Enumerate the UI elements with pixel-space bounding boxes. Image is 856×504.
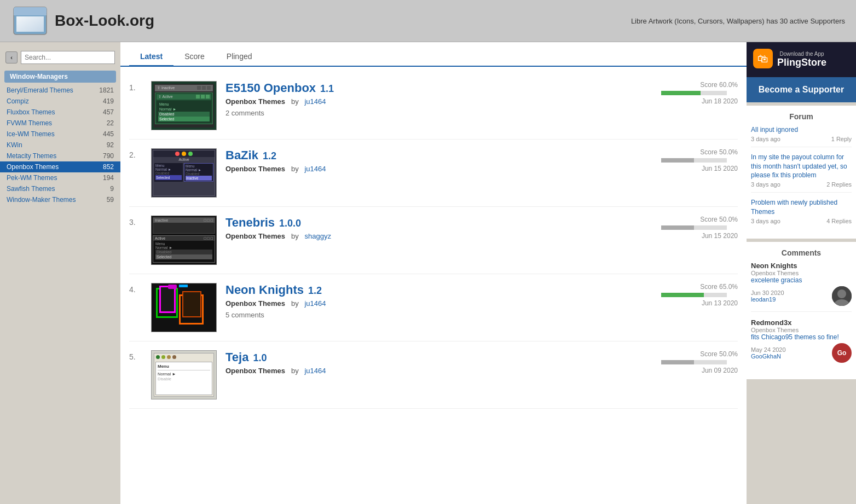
theme-category: Openbox Themes — [225, 299, 285, 308]
theme-name[interactable]: E5150 Openbox — [225, 81, 316, 95]
comment-date: May 24 2020 — [751, 346, 786, 353]
logo-icon — [11, 4, 49, 37]
theme-score: Score 60.0% Jun 18 2020 — [661, 81, 738, 105]
theme-author[interactable]: shaggyz — [304, 232, 331, 240]
comment-avatar: Go — [832, 343, 852, 363]
theme-meta: Openbox Themes by ju1464 — [225, 367, 652, 375]
theme-thumbnail[interactable]: Menu Normal ► Disable — [151, 350, 217, 399]
tab-score[interactable]: Score — [173, 48, 216, 67]
comment-text[interactable]: excelente gracias — [751, 276, 852, 284]
comment-footer: Jun 30 2020 leodan19 — [751, 286, 852, 306]
tab-plinged[interactable]: Plinged — [216, 48, 263, 67]
sidebar: ‹ Window-Managers Beryl/Emerald Themes 1… — [0, 42, 120, 504]
theme-comments: 5 comments — [225, 311, 652, 319]
forum-link[interactable]: In my site the payout column for this mo… — [751, 153, 852, 180]
score-bar-fill — [661, 158, 694, 163]
theme-author[interactable]: ju1464 — [304, 165, 326, 173]
theme-version: 1.1 — [320, 83, 334, 95]
theme-name[interactable]: BaZik — [225, 148, 258, 163]
theme-author[interactable]: ju1464 — [304, 97, 326, 106]
comment-product: Neon Knights — [751, 262, 852, 270]
sidebar-item-fvwm[interactable]: FVWM Themes 22 — [0, 118, 120, 129]
comment-category: Openbox Themes — [751, 327, 852, 333]
theme-author[interactable]: ju1464 — [304, 299, 326, 308]
sidebar-item-sawfish[interactable]: Sawfish Themes 9 — [0, 183, 120, 194]
theme-number: 1. — [129, 81, 142, 92]
plingstore-name: PlingStore — [777, 57, 826, 68]
comment-username[interactable]: leodan19 — [751, 296, 784, 303]
theme-info: Neon Knights 1.2 Openbox Themes by ju146… — [225, 283, 652, 319]
theme-item: 4. Neon Knights 1.2 Openbox — [129, 274, 738, 341]
logo-text: Box-Look.org — [55, 12, 154, 30]
tabs-bar: Latest Score Plinged — [120, 42, 747, 67]
theme-name[interactable]: Teja — [225, 350, 248, 364]
score-bar-fill — [661, 225, 694, 230]
forum-link[interactable]: Problem with newly published Themes — [751, 198, 852, 217]
plingstore-icon: 🛍 — [753, 49, 773, 68]
score-label: Score 50.0% — [661, 148, 738, 156]
sidebar-item-count: 194 — [103, 174, 114, 182]
theme-meta: Openbox Themes by ju1464 — [225, 165, 652, 173]
supporter-button[interactable]: Become a Supporter — [747, 77, 856, 102]
search-input[interactable] — [21, 51, 115, 64]
sidebar-item-label: Sawfish Themes — [7, 185, 55, 193]
score-bar-bg — [661, 158, 727, 163]
sidebar-nav: ‹ — [0, 48, 120, 67]
sidebar-item-windowmaker[interactable]: Window-Maker Themes 59 — [0, 194, 120, 205]
theme-author[interactable]: ju1464 — [304, 367, 326, 375]
sidebar-item-compiz[interactable]: Compiz 419 — [0, 96, 120, 107]
score-label: Score 50.0% — [661, 216, 738, 223]
theme-list: 1. ⇧ Inactive — [120, 67, 747, 414]
sidebar-item-beryl[interactable]: Beryl/Emerald Themes 1821 — [0, 85, 120, 96]
forum-item: In my site the payout column for this mo… — [751, 153, 852, 193]
score-date: Jun 13 2020 — [661, 299, 738, 307]
sidebar-item-fluxbox[interactable]: Fluxbox Themes 457 — [0, 107, 120, 118]
theme-number: 3. — [129, 216, 142, 227]
theme-category: Openbox Themes — [225, 232, 285, 240]
theme-category: Openbox Themes — [225, 97, 285, 106]
score-label: Score 50.0% — [661, 350, 738, 358]
sidebar-item-label: Pek-WM Themes — [7, 174, 57, 182]
sidebar-item-label: Beryl/Emerald Themes — [7, 86, 73, 94]
sidebar-item-label: FVWM Themes — [7, 119, 52, 127]
sidebar-item-openbox[interactable]: Openbox Themes 852 — [0, 161, 120, 172]
sidebar-item-pekwm[interactable]: Pek-WM Themes 194 — [0, 172, 120, 183]
sidebar-item-label: Metacity Themes — [7, 152, 56, 160]
theme-number: 4. — [129, 283, 142, 294]
right-sidebar: 🛍 Download the App PlingStore Become a S… — [747, 42, 856, 504]
score-bar-fill — [661, 360, 694, 364]
sidebar-item-icewm[interactable]: Ice-WM Themes 445 — [0, 129, 120, 140]
theme-thumbnail[interactable]: ⇧ Inactive ⇧ Active — [151, 81, 217, 130]
score-date: Jun 09 2020 — [661, 367, 738, 374]
theme-thumbnail[interactable] — [151, 283, 217, 332]
back-button[interactable]: ‹ — [5, 51, 18, 63]
svg-rect-4 — [16, 16, 44, 32]
theme-thumbnail[interactable]: Active Menu Normal ► Disabled Selected M… — [151, 148, 217, 198]
tab-latest[interactable]: Latest — [129, 48, 173, 67]
score-date: Jun 15 2020 — [661, 165, 738, 172]
theme-item: 2. Active M — [129, 140, 738, 207]
forum-meta: 3 days ago 4 Replies — [751, 218, 852, 224]
plingstore-banner[interactable]: 🛍 Download the App PlingStore — [747, 42, 856, 77]
comment-product: Redmond3x — [751, 318, 852, 327]
comment-text[interactable]: fits Chicago95 themes so fine! — [751, 333, 852, 341]
svg-point-6 — [837, 289, 846, 298]
forum-link[interactable]: All input ignored — [751, 125, 852, 135]
theme-name[interactable]: Tenebris — [225, 216, 275, 230]
score-bar-bg — [661, 225, 727, 230]
score-bar-bg — [661, 293, 727, 297]
sidebar-items: Beryl/Emerald Themes 1821 Compiz 419 Flu… — [0, 85, 120, 205]
sidebar-item-kwin[interactable]: KWin 92 — [0, 140, 120, 150]
forum-section: Forum All input ignored 3 days ago 1 Rep… — [747, 106, 856, 239]
theme-version: 1.2 — [308, 285, 322, 297]
theme-meta: Openbox Themes by ju1464 — [225, 299, 652, 308]
theme-thumbnail[interactable]: Inactive □ □ □ Active □ □ □ Menu N — [151, 216, 217, 265]
comment-username[interactable]: GooGkhaN — [751, 353, 786, 360]
theme-name[interactable]: Neon Knights — [225, 283, 304, 297]
svg-rect-1 — [14, 7, 47, 15]
score-bar-bg — [661, 91, 727, 95]
sidebar-item-metacity[interactable]: Metacity Themes 790 — [0, 150, 120, 161]
sidebar-item-count: 59 — [107, 196, 114, 204]
plingstore-download-label: Download the App — [777, 51, 826, 57]
theme-info: Tenebris 1.0.0 Openbox Themes by shaggyz — [225, 216, 652, 240]
